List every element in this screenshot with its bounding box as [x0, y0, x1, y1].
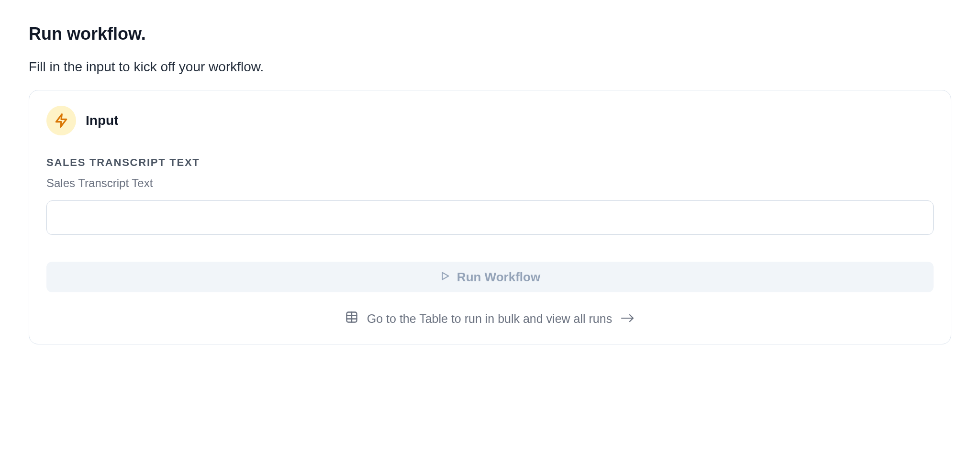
- page-subtitle: Fill in the input to kick off your workf…: [29, 59, 951, 75]
- play-icon: [440, 270, 450, 285]
- table-icon: [345, 310, 358, 327]
- lightning-icon: [46, 106, 76, 135]
- field-description: Sales Transcript Text: [46, 177, 934, 190]
- run-workflow-button[interactable]: Run Workflow: [46, 262, 934, 292]
- arrow-right-icon: [621, 312, 635, 326]
- sales-transcript-input[interactable]: [46, 200, 934, 235]
- field-label: SALES TRANSCRIPT TEXT: [46, 156, 934, 169]
- run-button-label: Run Workflow: [457, 270, 540, 285]
- page-title: Run workflow.: [29, 24, 951, 44]
- input-card: Input SALES TRANSCRIPT TEXT Sales Transc…: [29, 90, 951, 344]
- go-to-table-link[interactable]: Go to the Table to run in bulk and view …: [46, 306, 934, 330]
- section-header: Input: [46, 106, 934, 135]
- table-link-label: Go to the Table to run in bulk and view …: [367, 312, 612, 326]
- section-title: Input: [86, 113, 118, 128]
